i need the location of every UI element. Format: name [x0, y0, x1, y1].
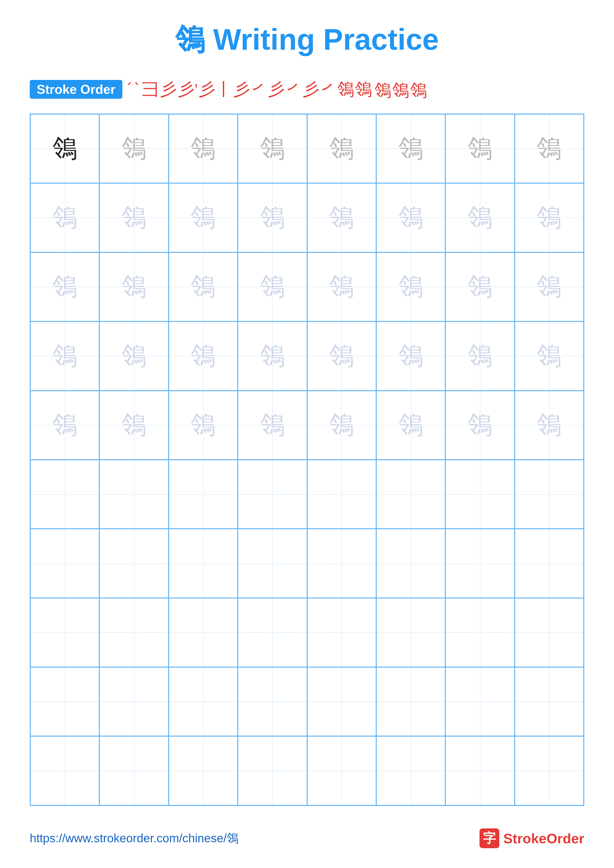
- grid-cell-r4c8[interactable]: 鴒: [515, 321, 584, 391]
- grid-cell-r1c2[interactable]: 鴒: [99, 114, 168, 183]
- grid-cell-r8c1[interactable]: [30, 598, 99, 667]
- grid-cell-r8c3[interactable]: [169, 598, 238, 667]
- cell-char: 鴒: [191, 413, 216, 437]
- grid-cell-r4c5[interactable]: 鴒: [307, 321, 376, 391]
- grid-cell-r1c5[interactable]: 鴒: [307, 114, 376, 183]
- grid-cell-r4c7[interactable]: 鴒: [445, 321, 515, 391]
- grid-cell-r3c8[interactable]: 鴒: [515, 253, 584, 321]
- grid-cell-r4c3[interactable]: 鴒: [169, 321, 238, 391]
- grid-cell-r7c1[interactable]: [30, 529, 99, 598]
- grid-cell-r2c4[interactable]: 鴒: [238, 183, 307, 252]
- grid-cell-r4c4[interactable]: 鴒: [238, 321, 307, 391]
- cell-char: 鴒: [329, 413, 354, 437]
- stroke-13: 鴒: [392, 82, 409, 99]
- cell-char: 鴒: [398, 274, 423, 299]
- grid-cell-r7c6[interactable]: [376, 529, 445, 598]
- grid-cell-r4c2[interactable]: 鴒: [99, 321, 168, 391]
- grid-cell-r2c1[interactable]: 鴒: [30, 183, 99, 252]
- grid-cell-r6c4[interactable]: [238, 460, 307, 529]
- grid-cell-r5c4[interactable]: 鴒: [238, 391, 307, 460]
- grid-cell-r8c5[interactable]: [307, 598, 376, 667]
- stroke-10: 鴒: [337, 81, 354, 98]
- cell-char: 鴒: [329, 136, 354, 161]
- stroke-2: ˋ: [134, 82, 141, 97]
- cell-char: 鴒: [53, 274, 77, 299]
- grid-cell-r2c8[interactable]: 鴒: [515, 183, 584, 252]
- grid-cell-r6c7[interactable]: [445, 460, 515, 529]
- grid-cell-r4c1[interactable]: 鴒: [30, 321, 99, 391]
- grid-cell-r6c8[interactable]: [515, 460, 584, 529]
- grid-cell-r9c1[interactable]: [30, 667, 99, 736]
- cell-char: 鴒: [329, 274, 354, 299]
- grid-cell-r2c2[interactable]: 鴒: [99, 183, 168, 252]
- grid-cell-r8c8[interactable]: [515, 598, 584, 667]
- grid-cell-r5c7[interactable]: 鴒: [445, 391, 515, 460]
- grid-cell-r6c3[interactable]: [169, 460, 238, 529]
- cell-char: 鴒: [191, 205, 216, 230]
- cell-char: 鴒: [468, 344, 493, 369]
- page: 鴒 Writing Practice Stroke Order ˊ ˋ 彐 彡 …: [0, 0, 614, 868]
- footer-logo-order: Order: [547, 831, 584, 846]
- grid-cell-r3c2[interactable]: 鴒: [99, 253, 168, 321]
- grid-cell-r9c7[interactable]: [445, 667, 515, 736]
- grid-cell-r5c3[interactable]: 鴒: [169, 391, 238, 460]
- stroke-order-chars-row1: ˊ ˋ 彐 彡 彡' 彡丨 彡㇒ 彡㇒ 彡㇒ 鴒 鴒: [125, 81, 372, 98]
- grid-cell-r8c7[interactable]: [445, 598, 515, 667]
- grid-cell-r2c5[interactable]: 鴒: [307, 183, 376, 252]
- grid-cell-r6c6[interactable]: [376, 460, 445, 529]
- grid-cell-r3c6[interactable]: 鴒: [376, 253, 445, 321]
- grid-cell-r9c3[interactable]: [169, 667, 238, 736]
- grid-cell-r9c8[interactable]: [515, 667, 584, 736]
- grid-cell-r1c3[interactable]: 鴒: [169, 114, 238, 183]
- grid-cell-r5c5[interactable]: 鴒: [307, 391, 376, 460]
- grid-cell-r10c1[interactable]: [30, 736, 99, 805]
- grid-cell-r7c7[interactable]: [445, 529, 515, 598]
- grid-cell-r1c8[interactable]: 鴒: [515, 114, 584, 183]
- grid-cell-r9c2[interactable]: [99, 667, 168, 736]
- cell-char: 鴒: [537, 205, 561, 230]
- grid-cell-r10c3[interactable]: [169, 736, 238, 805]
- grid-cell-r3c7[interactable]: 鴒: [445, 253, 515, 321]
- grid-cell-r3c3[interactable]: 鴒: [169, 253, 238, 321]
- grid-cell-r2c7[interactable]: 鴒: [445, 183, 515, 252]
- grid-cell-r1c1[interactable]: 鴒: [30, 114, 99, 183]
- grid-cell-r1c4[interactable]: 鴒: [238, 114, 307, 183]
- grid-cell-r6c5[interactable]: [307, 460, 376, 529]
- stroke-order-badge: Stroke Order: [30, 80, 122, 99]
- grid-cell-r5c8[interactable]: 鴒: [515, 391, 584, 460]
- grid-cell-r5c6[interactable]: 鴒: [376, 391, 445, 460]
- grid-cell-r10c2[interactable]: [99, 736, 168, 805]
- cell-char: 鴒: [537, 136, 561, 161]
- grid-cell-r8c4[interactable]: [238, 598, 307, 667]
- grid-cell-r6c1[interactable]: [30, 460, 99, 529]
- grid-cell-r1c7[interactable]: 鴒: [445, 114, 515, 183]
- stroke-6: 彡丨: [199, 81, 232, 98]
- grid-cell-r5c2[interactable]: 鴒: [99, 391, 168, 460]
- grid-cell-r7c3[interactable]: [169, 529, 238, 598]
- grid-cell-r10c5[interactable]: [307, 736, 376, 805]
- grid-cell-r2c6[interactable]: 鴒: [376, 183, 445, 252]
- grid-cell-r10c7[interactable]: [445, 736, 515, 805]
- grid-cell-r9c4[interactable]: [238, 667, 307, 736]
- stroke-order-section: Stroke Order ˊ ˋ 彐 彡 彡' 彡丨 彡㇒ 彡㇒ 彡㇒ 鴒 鴒 …: [30, 80, 584, 99]
- grid-cell-r7c8[interactable]: [515, 529, 584, 598]
- grid-cell-r10c8[interactable]: [515, 736, 584, 805]
- grid-cell-r1c6[interactable]: 鴒: [376, 114, 445, 183]
- grid-cell-r8c6[interactable]: [376, 598, 445, 667]
- grid-cell-r2c3[interactable]: 鴒: [169, 183, 238, 252]
- grid-cell-r9c5[interactable]: [307, 667, 376, 736]
- grid-cell-r7c2[interactable]: [99, 529, 168, 598]
- cell-char: 鴒: [260, 136, 285, 161]
- grid-cell-r10c6[interactable]: [376, 736, 445, 805]
- grid-cell-r10c4[interactable]: [238, 736, 307, 805]
- grid-cell-r5c1[interactable]: 鴒: [30, 391, 99, 460]
- grid-cell-r9c6[interactable]: [376, 667, 445, 736]
- grid-cell-r6c2[interactable]: [99, 460, 168, 529]
- grid-cell-r3c5[interactable]: 鴒: [307, 253, 376, 321]
- grid-cell-r3c4[interactable]: 鴒: [238, 253, 307, 321]
- grid-cell-r7c4[interactable]: [238, 529, 307, 598]
- grid-cell-r7c5[interactable]: [307, 529, 376, 598]
- grid-cell-r4c6[interactable]: 鴒: [376, 321, 445, 391]
- grid-cell-r3c1[interactable]: 鴒: [30, 253, 99, 321]
- grid-cell-r8c2[interactable]: [99, 598, 168, 667]
